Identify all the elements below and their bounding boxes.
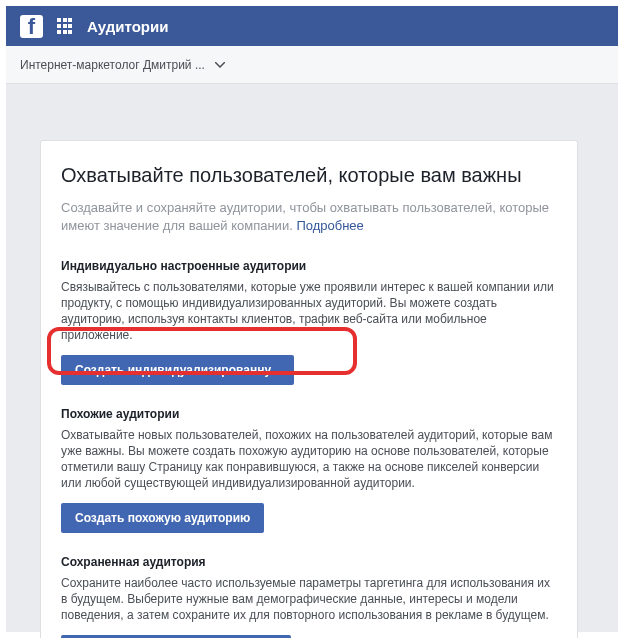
topbar: f Аудитории: [6, 6, 618, 46]
section-title: Сохраненная аудитория: [61, 555, 557, 569]
audience-card: Охватывайте пользователей, которые вам в…: [40, 140, 578, 638]
create-lookalike-audience-button[interactable]: Создать похожую аудиторию: [61, 503, 264, 533]
page-title: Аудитории: [87, 18, 168, 35]
section-description: Сохраните наиболее часто используемые па…: [61, 575, 557, 623]
section-description: Охватывайте новых пользователей, похожих…: [61, 427, 557, 491]
main-description: Создавайте и сохраняйте аудитории, чтобы…: [61, 199, 557, 235]
create-custom-audience-button[interactable]: Создать индивидуализированну...: [61, 355, 294, 385]
section-title: Индивидуально настроенные аудитории: [61, 259, 557, 273]
section-description: Связывайтесь с пользователями, которые у…: [61, 279, 557, 343]
account-name: Интернет-маркетолог Дмитрий ...: [20, 58, 205, 72]
learn-more-link[interactable]: Подробнее: [296, 218, 363, 233]
account-selector[interactable]: Интернет-маркетолог Дмитрий ...: [20, 58, 225, 72]
section-title: Похожие аудитории: [61, 407, 557, 421]
custom-audience-section: Индивидуально настроенные аудитории Связ…: [61, 259, 557, 385]
account-bar: Интернет-маркетолог Дмитрий ...: [6, 46, 618, 84]
facebook-logo-icon[interactable]: f: [20, 15, 43, 38]
main-heading: Охватывайте пользователей, которые вам в…: [61, 163, 557, 187]
lookalike-audience-section: Похожие аудитории Охватывайте новых поль…: [61, 407, 557, 533]
apps-grid-icon[interactable]: [57, 18, 73, 34]
chevron-down-icon: [215, 62, 225, 68]
saved-audience-section: Сохраненная аудитория Сохраните наиболее…: [61, 555, 557, 638]
